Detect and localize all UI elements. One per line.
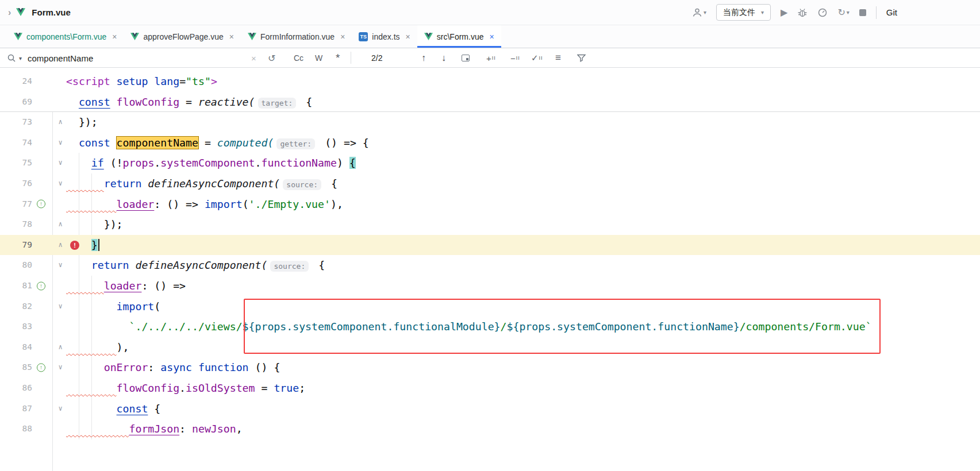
tab-label: approveFlowPage.vue [143, 32, 223, 41]
previous-match-icon[interactable]: ↑ [421, 48, 426, 68]
fold-down-icon[interactable]: ∨ [56, 296, 65, 317]
overridden-marker-icon[interactable]: ↑ [37, 281, 45, 290]
line-number: 69 [0, 92, 32, 113]
select-all-occurrences-icon[interactable]: ✓II [531, 48, 543, 68]
overridden-marker-icon[interactable]: ↑ [37, 364, 45, 372]
fold-up-icon[interactable]: ∧ [56, 235, 65, 256]
fold-up-icon[interactable]: ∧ [56, 214, 65, 235]
dropdown-caret-icon: ▾ [761, 9, 764, 16]
users-icon[interactable]: ▾ [692, 7, 706, 18]
code-text: onError: async function () { [66, 357, 280, 378]
regex-toggle[interactable]: * [336, 48, 340, 68]
fold-down-icon[interactable]: ∨ [56, 133, 65, 153]
code-line-86[interactable]: 86 flowConfig.isOldSystem = true; [0, 378, 980, 399]
next-match-icon[interactable]: ↓ [441, 48, 446, 68]
filter-icon[interactable] [577, 48, 586, 68]
close-icon[interactable]: × [340, 32, 345, 41]
code-text: loader: () => [66, 276, 186, 296]
bars-icon: II [516, 55, 520, 61]
tab-label: src\Form.vue [437, 32, 484, 41]
close-icon[interactable]: × [229, 32, 234, 41]
code-text: import( [66, 296, 160, 317]
code-line-84[interactable]: 84∧ ), [0, 337, 980, 358]
tab-label: index.ts [372, 32, 399, 41]
text-cursor [98, 239, 99, 251]
code-line-76[interactable]: 76∨ return defineAsyncComponent(source: … [0, 173, 980, 194]
line-number: 86 [0, 378, 32, 399]
overridden-marker-icon[interactable]: ↑ [37, 200, 45, 209]
breadcrumb-chevron-icon[interactable]: › [8, 7, 11, 18]
run-icon[interactable]: ▶ [781, 8, 787, 17]
code-line-73[interactable]: 73∧ }); [0, 112, 980, 133]
tab-src-form.vue[interactable]: src\Form.vue× [417, 25, 501, 48]
search-mode-caret-icon[interactable]: ▾ [19, 48, 22, 68]
code-line-87[interactable]: 87∨ const { [0, 399, 980, 419]
add-occurrence-icon[interactable]: +II [486, 48, 496, 68]
close-icon[interactable]: × [406, 32, 410, 41]
profiler-icon[interactable] [817, 7, 828, 18]
line-number: 74 [0, 133, 32, 153]
code-line-85[interactable]: 85↑∨ onError: async function () { [0, 357, 980, 378]
run-config-selector[interactable]: 当前文件 ▾ [716, 4, 771, 21]
code-line-83[interactable]: 83 `./../../../views/${props.systemCompo… [0, 316, 980, 337]
code-text: }); [66, 112, 98, 133]
fold-up-icon[interactable]: ∧ [56, 337, 65, 358]
fold-down-icon[interactable]: ∨ [56, 399, 65, 419]
code-line-80[interactable]: 80∨ return defineAsyncComponent(source: … [0, 255, 980, 276]
tab-forminformation.vue[interactable]: FormInformation.vue× [241, 25, 352, 48]
search-history-icon[interactable]: ↺ [268, 48, 275, 68]
code-line-77[interactable]: 77↑ loader: () => import('./Empty.vue'), [0, 194, 980, 215]
code-text: const flowConfig = reactive(target: { [66, 92, 312, 114]
search-input[interactable]: componentName [28, 48, 93, 68]
code-line-74[interactable]: 74∨ const componentName = computed(gette… [0, 133, 980, 153]
tab-components-form.vue[interactable]: components\Form.vue× [7, 25, 124, 48]
search-match-highlight: componentName [117, 137, 198, 149]
code-line-69[interactable]: 69 const flowConfig = reactive(target: { [0, 92, 980, 113]
fold-down-icon[interactable]: ∨ [56, 357, 65, 378]
code-line-78[interactable]: 78∧ }); [0, 214, 980, 235]
remove-occurrence-icon[interactable]: −II [510, 48, 520, 68]
code-text: if (!props.systemComponent.functionName)… [66, 153, 356, 173]
fold-down-icon[interactable]: ∨ [56, 255, 65, 276]
toolbar-separator [876, 6, 877, 19]
typescript-icon: TS [359, 32, 368, 41]
git-menu[interactable]: Git [886, 7, 897, 17]
line-number: 77 [0, 194, 32, 215]
debug-icon[interactable] [797, 7, 808, 18]
editor: 24<script setup lang="ts">69 const flowC… [0, 68, 980, 471]
code-line-81[interactable]: 81↑ loader: () => [0, 276, 980, 296]
title-bar: › Form.vue ▾ 当前文件 ▾ ▶ ↻ ▾ [0, 0, 980, 25]
rerun-icon[interactable]: ↻ ▾ [837, 8, 849, 17]
tab-label: components\Form.vue [26, 32, 106, 41]
clear-search-icon[interactable]: × [251, 48, 256, 68]
code-line-24[interactable]: 24<script setup lang="ts"> [0, 71, 980, 92]
code-text: formJson: newJson, [66, 419, 243, 439]
line-number: 83 [0, 316, 32, 337]
code-line-75[interactable]: 75∨ if (!props.systemComponent.functionN… [0, 153, 980, 173]
code-line-82[interactable]: 82∨ import( [0, 296, 980, 317]
match-count: 2/2 [371, 48, 382, 68]
code-line-88[interactable]: 88 formJson: newJson, [0, 419, 980, 439]
fold-down-icon[interactable]: ∨ [56, 173, 65, 194]
check-icon: ✓ [531, 53, 539, 63]
match-case-toggle[interactable]: Cc [294, 48, 303, 68]
open-in-find-window-icon[interactable] [462, 48, 470, 68]
line-number: 84 [0, 337, 32, 358]
minus-icon: − [510, 53, 516, 63]
code-lines[interactable]: 24<script setup lang="ts">69 const flowC… [0, 68, 980, 439]
stop-icon[interactable] [859, 9, 866, 16]
line-number: 81 [0, 276, 32, 296]
search-results-list-icon[interactable]: ≡ [555, 48, 561, 68]
tab-approveflowpage.vue[interactable]: approveFlowPage.vue× [124, 25, 241, 48]
tab-index.ts[interactable]: TSindex.ts× [352, 25, 417, 48]
line-number: 76 [0, 173, 32, 194]
code-line-79[interactable]: 79!∧ } [0, 235, 980, 256]
fold-up-icon[interactable]: ∧ [56, 112, 65, 133]
fold-down-icon[interactable]: ∨ [56, 153, 65, 173]
close-icon[interactable]: × [112, 32, 117, 41]
line-number: 87 [0, 399, 32, 419]
whole-words-toggle[interactable]: W [315, 48, 322, 68]
search-icon[interactable] [7, 48, 16, 68]
find-bar: ▾ componentName × ↺ Cc W * 2/2 ↑ ↓ +II −… [0, 48, 980, 68]
close-icon[interactable]: × [489, 32, 494, 41]
